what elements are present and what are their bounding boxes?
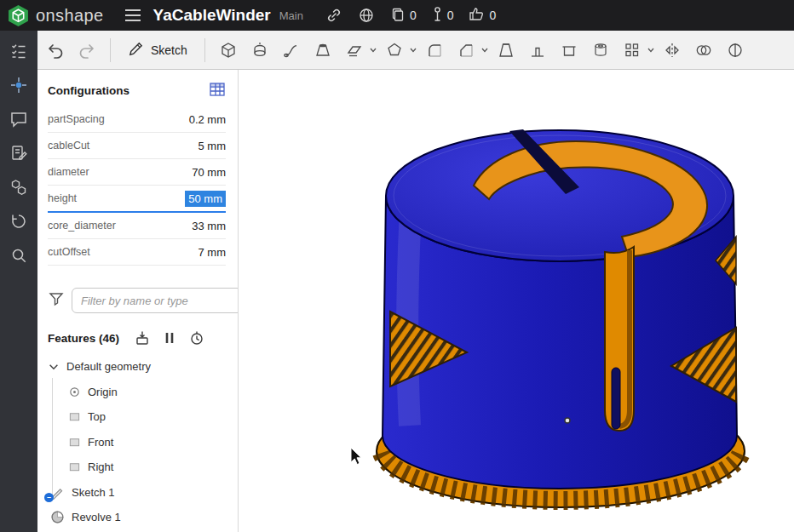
filter-row xyxy=(37,266,238,317)
rollback-clock-icon[interactable] xyxy=(189,330,204,346)
forks-value: 0 xyxy=(447,9,454,22)
shell-icon[interactable] xyxy=(555,35,584,66)
graphics-viewport[interactable] xyxy=(239,70,794,532)
tree-item-sketch-1[interactable]: – Sketch 1 xyxy=(37,480,238,506)
left-panel: Configurations partSpacing 0.2 mm cableC… xyxy=(37,70,239,532)
chevron-down-icon[interactable] xyxy=(48,361,60,373)
config-table-icon[interactable] xyxy=(209,82,226,100)
undo-button[interactable] xyxy=(41,35,70,66)
redo-button[interactable] xyxy=(72,35,101,66)
sketch-button[interactable]: Sketch xyxy=(119,35,196,66)
chevron-down-icon[interactable] xyxy=(409,48,417,53)
feature-list-icon[interactable] xyxy=(4,37,33,65)
filter-input[interactable] xyxy=(72,288,239,313)
config-value[interactable]: 0.2 mm xyxy=(189,113,226,126)
configuration-list: partSpacing 0.2 mm cableCut 5 mm diamete… xyxy=(37,106,238,266)
public-globe-icon[interactable] xyxy=(358,7,375,24)
tree-item-right-plane[interactable]: Right xyxy=(37,455,238,480)
comment-icon[interactable] xyxy=(4,106,33,133)
config-value[interactable]: 33 mm xyxy=(192,220,226,232)
mate-connector-icon[interactable] xyxy=(4,72,33,99)
thicken-combo xyxy=(340,35,377,66)
likes-count[interactable]: 0 xyxy=(469,6,496,25)
filter-funnel-icon[interactable] xyxy=(49,291,64,310)
toolbar-separator xyxy=(204,38,205,62)
config-row-core-diameter[interactable]: core_diameter 33 mm xyxy=(48,213,226,239)
sweep-icon[interactable] xyxy=(277,35,306,66)
tree-label: Front xyxy=(88,436,113,449)
mirror-icon[interactable] xyxy=(658,35,687,66)
tree-item-origin[interactable]: Origin xyxy=(37,380,238,405)
config-value-selected[interactable]: 50 mm xyxy=(185,191,226,207)
tree-item-revolve-1[interactable]: Revolve 1 xyxy=(37,505,238,530)
share-link-icon[interactable] xyxy=(325,7,342,24)
config-name: cableCut xyxy=(48,140,89,152)
workspace-name[interactable]: Main xyxy=(279,9,303,22)
sketch-label: Sketch xyxy=(151,43,187,57)
fillet-icon[interactable] xyxy=(420,35,449,66)
config-name: core_diameter xyxy=(48,220,116,232)
chamfer-icon[interactable] xyxy=(452,35,480,66)
likes-value: 0 xyxy=(489,9,496,22)
config-value[interactable]: 70 mm xyxy=(192,166,226,179)
origin-icon xyxy=(68,386,81,398)
config-row-diameter[interactable]: diameter 70 mm xyxy=(48,159,226,186)
chevron-down-icon[interactable] xyxy=(369,48,377,53)
hole-icon[interactable] xyxy=(586,35,615,66)
boolean-icon[interactable] xyxy=(689,35,718,66)
draft-icon[interactable] xyxy=(492,35,521,66)
chevron-down-icon[interactable] xyxy=(647,48,655,53)
revolve-icon[interactable] xyxy=(245,35,274,66)
plane-icon xyxy=(68,410,81,423)
extrude-icon[interactable] xyxy=(214,35,243,66)
tree-label: Default geometry xyxy=(66,360,151,373)
feature-toolbar: Sketch xyxy=(37,31,794,70)
onshape-logo-icon[interactable] xyxy=(8,4,29,27)
suppressed-badge-icon: – xyxy=(44,493,54,502)
config-name: cutOffset xyxy=(48,246,90,258)
config-value[interactable]: 7 mm xyxy=(198,246,227,259)
feature-tree: Default geometry Origin Top Front Right xyxy=(37,352,238,532)
report-icon[interactable] xyxy=(4,140,33,167)
cable-winder-model xyxy=(239,70,794,532)
toolbar-separator xyxy=(110,38,111,62)
sketch-icon: – xyxy=(50,485,65,500)
versions-icon[interactable] xyxy=(4,208,33,235)
copies-value: 0 xyxy=(410,9,417,22)
split-icon[interactable] xyxy=(721,35,750,66)
origin-point-marker xyxy=(565,418,570,423)
loft-icon[interactable] xyxy=(308,35,337,66)
pattern-icon[interactable] xyxy=(618,35,647,66)
features-title: Features (46) xyxy=(48,332,119,345)
tree-item-front-plane[interactable]: Front xyxy=(37,430,238,455)
rib-icon[interactable] xyxy=(523,35,552,66)
parts-icon[interactable] xyxy=(4,174,33,201)
tree-item-default-geometry[interactable]: Default geometry xyxy=(37,354,238,380)
thumbs-up-icon xyxy=(469,6,485,25)
search-icon[interactable] xyxy=(4,242,33,269)
forks-count[interactable]: 0 xyxy=(432,6,454,26)
document-title: YaCableWinder xyxy=(153,6,271,25)
config-value[interactable]: 5 mm xyxy=(198,140,227,152)
menu-icon[interactable] xyxy=(124,9,141,22)
tree-item-top-plane[interactable]: Top xyxy=(37,404,238,430)
config-row-cutoffset[interactable]: cutOffset 7 mm xyxy=(48,239,226,266)
enclose-icon[interactable] xyxy=(380,35,409,66)
pencil-icon xyxy=(128,41,144,60)
copies-count[interactable]: 0 xyxy=(390,7,417,25)
configurations-header: Configurations xyxy=(37,70,238,106)
plane-icon xyxy=(68,436,81,449)
pattern-combo xyxy=(618,35,655,66)
config-row-cablecut[interactable]: cableCut 5 mm xyxy=(48,133,226,159)
tree-label: Sketch 1 xyxy=(72,486,115,499)
insert-feature-icon[interactable] xyxy=(135,330,150,346)
chevron-down-icon[interactable] xyxy=(480,48,489,53)
thicken-icon[interactable] xyxy=(340,35,369,66)
tree-label: Right xyxy=(88,460,113,473)
configurations-title: Configurations xyxy=(48,84,129,97)
config-row-partspacing[interactable]: partSpacing 0.2 mm xyxy=(48,106,226,133)
config-row-height[interactable]: height 50 mm xyxy=(48,186,226,213)
brand-name: onshape xyxy=(36,6,104,26)
topbar: onshape YaCableWinder Main 0 0 0 xyxy=(0,0,794,31)
pause-icon[interactable] xyxy=(164,331,175,345)
